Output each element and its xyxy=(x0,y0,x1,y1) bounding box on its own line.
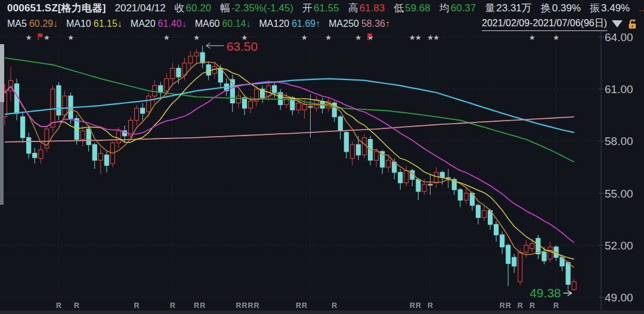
candle-body xyxy=(440,173,444,178)
candle-body xyxy=(194,53,199,56)
candle-body xyxy=(482,211,487,218)
candle-body xyxy=(92,144,97,160)
candle-body xyxy=(506,245,510,264)
candle-body xyxy=(21,117,25,138)
candle-body xyxy=(104,155,109,165)
r-event-marker: R xyxy=(236,301,241,310)
r-event-marker: R xyxy=(500,301,505,310)
candle-body xyxy=(464,193,468,201)
candle-body xyxy=(542,252,546,261)
r-event-marker: R xyxy=(170,301,175,310)
candle-body xyxy=(147,96,151,112)
candle-body xyxy=(308,106,312,107)
r-event-marker: R xyxy=(416,301,421,310)
kline-chart-area[interactable]: 64.0061.0058.0055.0052.0049.00★★★★★★★★★★… xyxy=(0,32,644,314)
r-event-marker: R xyxy=(428,301,433,310)
candle-body xyxy=(494,224,499,235)
candle-body xyxy=(86,129,91,144)
candle-body xyxy=(398,173,402,183)
star-icon: ★ xyxy=(325,33,332,42)
candle-body xyxy=(33,153,37,158)
candle-body xyxy=(267,85,271,96)
r-event-marker: R xyxy=(194,301,199,310)
quote-bar: 000651.SZ[格力电器] 2021/04/12 收60.20 幅-2.35… xyxy=(0,0,644,16)
r-event-marker: R xyxy=(134,301,140,310)
grid-layer: 64.0061.0058.0055.0052.0049.00 xyxy=(0,32,644,314)
candles-layer[interactable] xyxy=(3,46,577,291)
y-axis-label: 61.00 xyxy=(605,83,633,96)
r-event-marker: R xyxy=(506,301,511,310)
candle-body xyxy=(135,108,139,120)
candle-body xyxy=(177,68,181,77)
candle-body xyxy=(249,101,253,109)
field-amplitude: 振3.49% xyxy=(590,1,630,15)
left-window-edge-lower xyxy=(0,102,4,205)
ma-line-ma60 xyxy=(5,58,574,162)
candle-body xyxy=(39,150,43,159)
y-axis-label: 58.00 xyxy=(605,135,633,147)
flag-icon xyxy=(38,33,42,37)
r-event-marker: R xyxy=(302,301,307,310)
y-axis-label: 55.00 xyxy=(605,187,633,200)
candle-body xyxy=(356,144,360,155)
star-icon: ★ xyxy=(163,33,170,42)
candle-body xyxy=(188,56,193,63)
star-icon: ★ xyxy=(415,33,422,42)
r-event-marker: R xyxy=(200,301,205,310)
candle-body xyxy=(302,104,306,110)
candle-body xyxy=(182,63,187,75)
ma-bar: MA560.29↓ MA1061.15↓ MA2061.40↓ MA6060.1… xyxy=(0,16,644,32)
r-event-marker: R xyxy=(530,301,535,310)
candle-body xyxy=(363,138,367,155)
date-range-selector[interactable]: 2021/02/09-2021/07/06(96日) xyxy=(482,17,607,31)
y-axis-label: 52.00 xyxy=(605,239,633,252)
candle-body xyxy=(296,103,301,110)
ma120-readout: MA12061.69↑ xyxy=(259,19,320,29)
candle-body xyxy=(572,282,576,290)
candle-body xyxy=(434,173,438,183)
candle-body xyxy=(200,53,205,63)
star-icon: ★ xyxy=(193,33,200,42)
candle-body xyxy=(206,65,210,75)
star-icon: ★ xyxy=(301,33,308,42)
ma5-readout: MA560.29↓ xyxy=(7,19,58,29)
overflow-dots[interactable]: ... xyxy=(639,3,644,13)
candle-body xyxy=(512,257,516,266)
candle-body xyxy=(159,85,163,93)
r-event-marker: R xyxy=(332,301,337,310)
candle-body xyxy=(500,235,504,247)
y-axis-label: 64.00 xyxy=(605,32,633,44)
r-event-marker: R xyxy=(74,301,79,310)
trough-price-annotation: 49.38 xyxy=(530,286,561,300)
candle-body xyxy=(243,98,247,108)
star-icon: ★ xyxy=(26,33,32,42)
field-high: 高61.83 xyxy=(348,1,385,15)
candle-body xyxy=(404,171,408,183)
candle-body xyxy=(171,68,175,78)
r-event-marker: R xyxy=(296,301,301,310)
field-change: 幅-2.35%(-1.45) xyxy=(220,1,293,15)
field-avg: 均60.37 xyxy=(439,1,476,15)
flag-icon xyxy=(368,33,372,37)
r-event-marker: R xyxy=(553,301,559,310)
star-icon: ★ xyxy=(44,33,50,42)
candle-body xyxy=(548,247,552,259)
kline-chart[interactable]: 64.0061.0058.0055.0052.0049.00★★★★★★★★★★… xyxy=(0,32,644,314)
annotations-layer: 63.5049.38 xyxy=(206,39,572,300)
star-icon: ★ xyxy=(529,33,535,42)
candle-body xyxy=(458,190,462,200)
candle-body xyxy=(80,131,85,140)
candle-body xyxy=(524,245,528,253)
ma60-readout: MA6060.14↓ xyxy=(195,19,251,29)
candle-body xyxy=(51,89,55,127)
star-icon: ★ xyxy=(67,33,74,42)
candle-body xyxy=(422,184,426,192)
event-markers-layer: ★★★★★★★★★★★★★★★★RRRRRRRRRRRRRRRRRRRRR xyxy=(26,33,559,310)
unlock-icon[interactable] xyxy=(627,19,638,29)
left-window-edge xyxy=(0,44,4,102)
field-open: 开61.55 xyxy=(302,1,339,15)
chevron-down-icon[interactable] xyxy=(612,20,623,27)
quote-date: 2021/04/12 xyxy=(115,2,166,14)
candle-body xyxy=(518,252,522,281)
candle-body xyxy=(75,119,79,140)
